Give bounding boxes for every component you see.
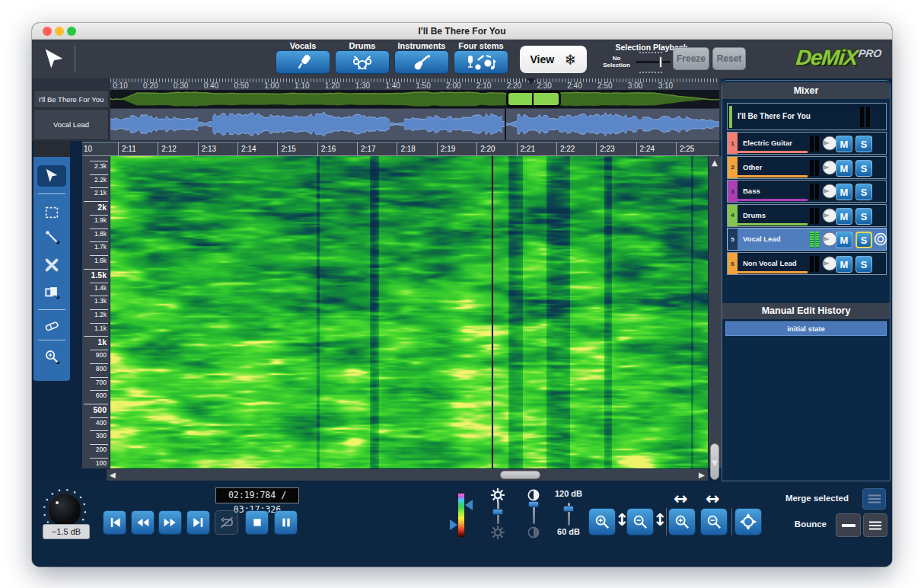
app-window: I'll Be There For You Vocals Drums Instr…: [32, 23, 892, 567]
mute-button[interactable]: M: [836, 256, 852, 273]
pan-knob[interactable]: [822, 160, 837, 175]
freq-tick: [90, 215, 108, 216]
freq-label: 1.4k: [94, 284, 107, 292]
marquee-select-tool[interactable]: [37, 202, 66, 223]
solo-button[interactable]: S: [855, 184, 872, 200]
zoom-in-horizontal-button[interactable]: [668, 508, 696, 535]
colormap-min-handle[interactable]: [450, 519, 457, 530]
mute-button[interactable]: M: [836, 208, 852, 225]
solo-button[interactable]: S: [855, 208, 872, 225]
solo-button[interactable]: S: [855, 160, 872, 177]
stop-button[interactable]: [245, 510, 269, 535]
overview-track-label[interactable]: I'll Be There For You: [33, 90, 109, 108]
solo-button[interactable]: S: [855, 136, 872, 152]
pause-button[interactable]: [274, 510, 298, 535]
freeze-button[interactable]: Freeze: [673, 47, 709, 70]
ruler-label: 2:00: [441, 81, 466, 90]
skip-end-button[interactable]: [186, 510, 210, 535]
horizontal-scrollbar[interactable]: ◀ ▶: [107, 469, 708, 481]
channel-color-bar: [738, 151, 808, 153]
vocals-button[interactable]: [276, 50, 330, 74]
overview-waveform[interactable]: [110, 90, 719, 108]
pan-knob[interactable]: [822, 256, 837, 271]
freq-tick: [90, 350, 108, 350]
level-meter: [815, 136, 819, 152]
vertical-scrollbar[interactable]: ▲ ▼: [709, 156, 722, 468]
vocal-lead-track-label[interactable]: Vocal Lead: [33, 109, 109, 140]
history-item[interactable]: initial state: [725, 321, 887, 336]
freq-tick: [84, 269, 108, 270]
spot-playback-button[interactable]: [874, 232, 887, 246]
mute-button[interactable]: M: [836, 232, 852, 248]
horizontal-scroll-thumb[interactable]: [500, 471, 540, 479]
master-color-strip: [729, 106, 732, 128]
solo-button[interactable]: S: [855, 256, 872, 273]
db-range-slider-handle[interactable]: [563, 506, 574, 512]
scroll-left-icon[interactable]: ◀: [110, 470, 116, 480]
zoom-ruler-label: 2:21: [517, 142, 556, 156]
scroll-right-icon[interactable]: ▶: [699, 470, 705, 480]
mixer-channel-row[interactable]: 3BassMS: [727, 180, 887, 203]
pointer-tool[interactable]: [37, 165, 66, 187]
timeline-selection-region[interactable]: [506, 91, 561, 107]
zoom-out-vertical-button[interactable]: [626, 508, 654, 535]
mute-button[interactable]: M: [836, 184, 852, 200]
pan-knob[interactable]: [822, 136, 837, 151]
skip-start-button[interactable]: [103, 510, 126, 535]
mute-button[interactable]: M: [836, 160, 852, 177]
zoomed-timeline-ruler[interactable]: 102:112:122:132:142:152:162:172:182:192:…: [82, 142, 719, 156]
snowflake-icon: ❄: [565, 51, 577, 68]
eraser-tool[interactable]: [37, 315, 66, 337]
mixer-channel-row[interactable]: 1Electric GuitarMS: [727, 132, 887, 155]
merge-selected-button[interactable]: [862, 488, 886, 510]
instruments-button[interactable]: [394, 50, 449, 74]
reset-button[interactable]: Reset: [712, 47, 746, 70]
timeline-ruler[interactable]: 0:100:200:300:400:501:001:101:201:301:40…: [110, 78, 719, 90]
brightness-slider-handle[interactable]: [492, 509, 503, 515]
freq-label: 2k: [97, 203, 107, 212]
fast-forward-button[interactable]: [158, 510, 182, 535]
scroll-down-icon[interactable]: ▼: [712, 458, 718, 468]
master-track-row[interactable]: I'll Be There For You: [727, 103, 887, 130]
zoom-ruler-label: 2:24: [636, 142, 676, 156]
zoom-out-horizontal-button[interactable]: [700, 508, 728, 535]
playback-mode-slider-track[interactable]: [636, 61, 671, 63]
loop-button[interactable]: [215, 510, 238, 535]
pan-knob[interactable]: [822, 184, 837, 199]
freq-tick: [90, 377, 108, 378]
freq-tick: [90, 228, 108, 229]
colormap-max-handle[interactable]: [465, 500, 473, 510]
view-button[interactable]: View ❄: [520, 46, 587, 73]
zoom-tool[interactable]: [37, 346, 66, 367]
pan-knob[interactable]: [822, 232, 837, 247]
scroll-up-icon[interactable]: ▲: [712, 158, 718, 168]
freq-tick: [90, 255, 108, 256]
playback-mode-slider-handle[interactable]: [659, 56, 662, 68]
solo-button[interactable]: S: [855, 232, 872, 248]
delete-selection-tool[interactable]: [37, 254, 66, 276]
contrast-slider-handle[interactable]: [528, 501, 539, 507]
freq-label: 1.3k: [94, 297, 107, 305]
drums-button[interactable]: [335, 50, 390, 74]
ruler-label: 0:30: [169, 81, 193, 90]
vocal-lead-waveform[interactable]: [110, 109, 719, 140]
mixer-channel-row[interactable]: 5Vocal LeadMS: [727, 228, 887, 251]
tool-palette: [33, 157, 70, 381]
clone-tool[interactable]: [37, 281, 66, 302]
mute-button[interactable]: M: [836, 136, 852, 152]
mixer-channel-row[interactable]: 2OtherMS: [727, 156, 887, 179]
four-stems-button[interactable]: [454, 50, 508, 74]
colormap-gradient[interactable]: [457, 493, 465, 538]
mixer-channel-row[interactable]: 4DrumsMS: [727, 204, 887, 227]
bounce-multi-button[interactable]: [863, 513, 887, 537]
spectrogram[interactable]: [110, 156, 708, 468]
zoom-in-vertical-button[interactable]: [588, 508, 616, 535]
freq-label: 700: [96, 379, 107, 386]
title-bar: I'll Be There For You: [32, 23, 892, 40]
mixer-channel-row[interactable]: 6Non Vocal LeadMS: [727, 252, 887, 275]
bounce-single-button[interactable]: [836, 513, 861, 537]
pan-knob[interactable]: [822, 208, 837, 223]
playhead-marker[interactable]: [527, 78, 536, 84]
wand-tool[interactable]: [37, 226, 66, 248]
rewind-button[interactable]: [131, 510, 155, 535]
